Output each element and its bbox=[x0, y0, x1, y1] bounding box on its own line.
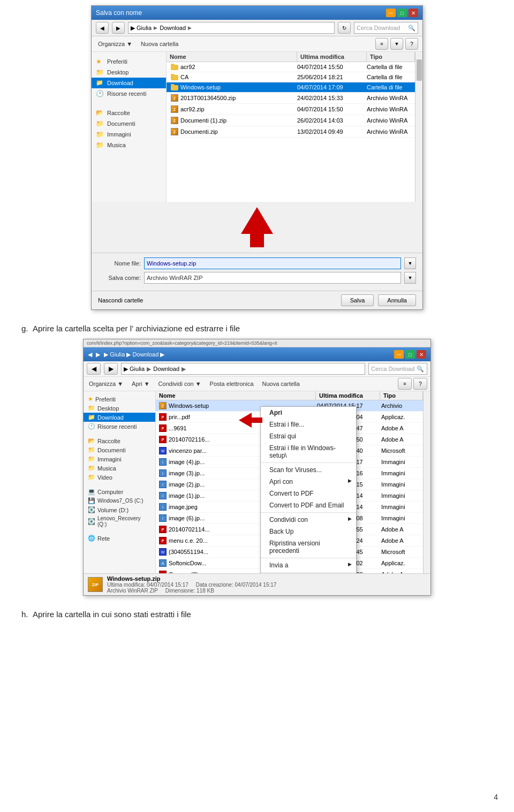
exp-breadcrumb[interactable]: ▶ Giulia ▶ Download ▶ bbox=[121, 363, 365, 375]
explorer-window: com/it/index.php?option=com_zoo&task=cat… bbox=[83, 339, 431, 596]
sidebar-item-musica[interactable]: 📁 Musica bbox=[84, 464, 155, 473]
cancel-button[interactable]: Annulla bbox=[378, 294, 416, 306]
ctx-item-ripristina[interactable]: Ripristina versioni precedenti bbox=[261, 537, 356, 557]
ctx-item-convert-pdf[interactable]: Convert to PDF bbox=[261, 488, 356, 499]
exp-scrollbar[interactable] bbox=[423, 391, 430, 573]
section-g-body: Aprire la cartella scelta per l’ archivi… bbox=[33, 324, 240, 333]
sidebar-item-risorse-recenti[interactable]: 🕐 Risorse recenti bbox=[84, 422, 155, 431]
saveas-row: Salva come: ▼ bbox=[98, 272, 416, 284]
ctx-item-estrai-qui[interactable]: Estrai qui bbox=[261, 430, 356, 442]
sidebar-item-raccolte[interactable]: 📂 Raccolte bbox=[92, 108, 166, 118]
search-box[interactable]: Cerca Download 🔍 bbox=[354, 22, 418, 34]
table-row[interactable]: Z acr92.zip 04/07/2014 15:50 Archivio Wi… bbox=[167, 104, 415, 115]
back-btn-title[interactable]: ◀ bbox=[88, 351, 92, 358]
ctx-item-estrai-file[interactable]: Estrai i file... bbox=[261, 419, 356, 430]
ctx-item-condividi[interactable]: Condividi con bbox=[261, 514, 356, 526]
table-row[interactable]: Windows-setup 04/07/2014 17:09 Cartella … bbox=[167, 82, 415, 93]
sidebar-item-immagini[interactable]: 📁 Immagini bbox=[84, 454, 155, 464]
sidebar-label: Documenti bbox=[107, 120, 135, 127]
saveas-dropdown[interactable]: ▼ bbox=[404, 272, 416, 284]
exp-back-button[interactable]: ◀ bbox=[87, 363, 101, 375]
ctx-item-apri-con[interactable]: Apri con bbox=[261, 476, 356, 488]
breadcrumb-bar[interactable]: ▶ Giulia ▶ Download ▶ bbox=[128, 22, 335, 34]
section-h-letter: h. bbox=[21, 610, 28, 619]
minimize-button[interactable]: ─ bbox=[386, 9, 396, 17]
folder-icon bbox=[171, 74, 178, 80]
table-row[interactable]: Z Documenti.zip 13/02/2014 09:49 Archivi… bbox=[167, 126, 415, 138]
scrollbar[interactable] bbox=[415, 52, 422, 202]
sidebar-item-risorse-recenti[interactable]: 🕐 Risorse recenti bbox=[92, 88, 166, 99]
sidebar-item-musica[interactable]: 📁 Musica bbox=[92, 140, 166, 150]
maximize-button[interactable]: □ bbox=[397, 9, 407, 17]
sidebar-sep bbox=[84, 528, 155, 534]
sidebar-item-preferiti: ★ Preferiti bbox=[92, 56, 166, 67]
sidebar-item-c-drive[interactable]: 💾 Windows7_OS (C:) bbox=[84, 496, 155, 505]
back-button[interactable]: ◀ bbox=[96, 22, 109, 34]
search-text: Cerca Download bbox=[371, 366, 414, 372]
exp-search-box[interactable]: Cerca Download 🔍 bbox=[368, 363, 427, 375]
close-button[interactable]: ✕ bbox=[417, 350, 426, 359]
view-options-button[interactable]: ▼ bbox=[390, 38, 403, 50]
sidebar-item-d-drive[interactable]: 💽 Volume (D:) bbox=[84, 505, 155, 514]
file-type: Adobe A bbox=[379, 526, 422, 533]
sidebar-item-documenti[interactable]: 📁 Documenti bbox=[84, 445, 155, 454]
filename-input[interactable] bbox=[144, 257, 401, 269]
col-date[interactable]: Ultima modifica bbox=[297, 52, 367, 62]
ctx-item-invia[interactable]: Invia a bbox=[261, 559, 356, 571]
table-row[interactable]: Z 2013T001364500.zip 24/02/2014 15:33 Ar… bbox=[167, 93, 415, 104]
close-button[interactable]: ✕ bbox=[409, 9, 418, 17]
dialog-toolbar: ◀ ▶ ▶ Giulia ▶ Download ▶ ↻ Cerca Downlo… bbox=[92, 20, 422, 36]
view-button[interactable]: ≡ bbox=[398, 378, 412, 390]
filelist-area: Nome Ultima modifica Tipo acr92 04/07/20… bbox=[167, 52, 422, 202]
organize-button[interactable]: Organizza ▼ bbox=[87, 378, 125, 390]
col-name[interactable]: Nome bbox=[167, 52, 297, 62]
saveas-input[interactable] bbox=[144, 272, 401, 284]
col-type[interactable]: Tipo bbox=[367, 52, 415, 62]
sidebar-item-desktop[interactable]: 📁 Desktop bbox=[84, 404, 155, 413]
col-date[interactable]: Ultima modifica bbox=[316, 391, 380, 400]
table-row[interactable]: acr92 04/07/2014 15:50 Cartella di file bbox=[167, 62, 415, 72]
filename-dropdown[interactable]: ▼ bbox=[404, 257, 416, 269]
sidebar-item-download[interactable]: 📁 Download bbox=[92, 78, 166, 88]
maximize-button[interactable]: □ bbox=[405, 350, 415, 359]
sidebar-item-immagini[interactable]: 📁 Immagini bbox=[92, 129, 166, 140]
col-type[interactable]: Tipo bbox=[380, 391, 423, 400]
sidebar-item-video[interactable]: 📁 Video bbox=[84, 473, 155, 482]
minimize-button[interactable]: ─ bbox=[394, 350, 404, 359]
fwd-btn-title[interactable]: ▶ bbox=[96, 351, 100, 358]
sidebar-item-q-drive[interactable]: 💽 Lenovo_Recovery (Q:) bbox=[84, 514, 155, 528]
ctx-item-backup[interactable]: Back Up bbox=[261, 526, 356, 537]
breadcrumb-sep: ▶ bbox=[147, 366, 151, 373]
folder-icon: 📁 bbox=[96, 141, 104, 149]
file-type: Applicaz. bbox=[379, 559, 422, 567]
help-button[interactable]: ? bbox=[413, 378, 427, 390]
sidebar-item-rete[interactable]: 🌐 Rete bbox=[84, 534, 155, 543]
open-button[interactable]: Apri ▼ bbox=[130, 378, 152, 390]
section-h-body: Aprire la cartella in cui sono stati est… bbox=[33, 610, 191, 619]
exp-fwd-button[interactable]: ▶ bbox=[104, 363, 118, 375]
col-name[interactable]: Nome bbox=[156, 391, 316, 400]
save-button[interactable]: Salva bbox=[341, 294, 374, 306]
ctx-item-apri[interactable]: Apri bbox=[261, 407, 356, 419]
scrollbar-thumb[interactable] bbox=[417, 59, 422, 81]
sidebar-item-documenti[interactable]: 📁 Documenti bbox=[92, 118, 166, 129]
new-folder-button[interactable]: Nuova cartella bbox=[260, 378, 302, 390]
ctx-item-convert-pdf-email[interactable]: Convert to PDF and Email bbox=[261, 499, 356, 511]
table-row[interactable]: Z Documenti (1).zip 26/02/2014 14:03 Arc… bbox=[167, 115, 415, 126]
refresh-button[interactable]: ↻ bbox=[338, 22, 351, 34]
table-row[interactable]: CA 25/06/2014 18:21 Cartella di file bbox=[167, 72, 415, 82]
ctx-item-scan[interactable]: Scan for Viruses... bbox=[261, 464, 356, 476]
share-button[interactable]: Condividi con ▼ bbox=[156, 378, 203, 390]
explorer-toolbar: ◀ ▶ ▶ Giulia ▶ Download ▶ Cerca Download… bbox=[84, 361, 430, 377]
email-button[interactable]: Posta elettronica bbox=[208, 378, 256, 390]
ctx-item-estrai-in[interactable]: Estrai i file in Windows-setup\ bbox=[261, 442, 356, 461]
sidebar-item-download[interactable]: 📁 Download bbox=[84, 413, 155, 422]
view-button[interactable]: ≡ bbox=[375, 38, 388, 50]
help-button[interactable]: ? bbox=[405, 38, 418, 50]
url-bar[interactable]: com/it/index.php?option=com_zoo&task=cat… bbox=[84, 339, 430, 347]
sidebar-item-desktop[interactable]: 📁 Desktop bbox=[92, 67, 166, 78]
new-folder-button[interactable]: Nuova cartella bbox=[139, 40, 180, 48]
organize-button[interactable]: Organizza ▼ bbox=[96, 40, 134, 48]
folder-icon bbox=[171, 84, 178, 90]
forward-button[interactable]: ▶ bbox=[112, 22, 125, 34]
